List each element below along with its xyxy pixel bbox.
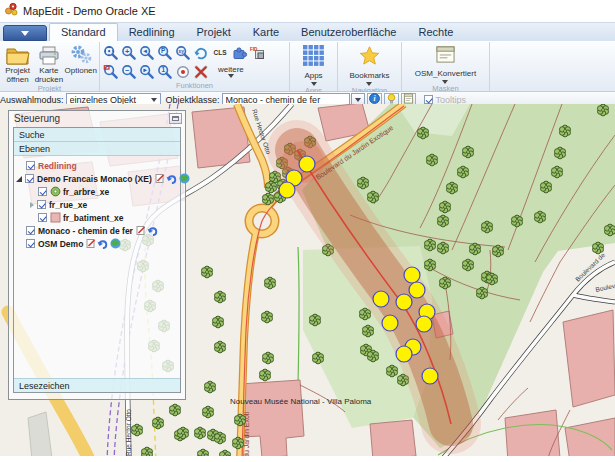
- zoom-window-icon[interactable]: [102, 63, 120, 81]
- pan-zoom-icon[interactable]: [102, 44, 120, 62]
- group-funktionen: +◂PxyCLSFID−▸1weitere Funktionen: [100, 42, 290, 91]
- expander-open-icon[interactable]: [16, 176, 22, 182]
- tab-benutzeroberfläche[interactable]: Benutzeroberfläche: [290, 24, 407, 41]
- mapedit-window: MapEdit - Demo Oracle XE StandardRedlini…: [0, 0, 615, 462]
- layer-row-demo-francais-monaco-xe-[interactable]: Demo Francais Monaco (XE): [14, 172, 180, 185]
- svg-text:Rue Hector Otto: Rue Hector Otto: [125, 409, 132, 456]
- clear-selection-icon[interactable]: [192, 63, 210, 81]
- ribbon-tab-strip: StandardRedliningProjektKarteBenutzerobe…: [0, 22, 615, 41]
- layer-row-osm-demo[interactable]: OSM Demo: [14, 237, 180, 250]
- edit-icon[interactable]: [136, 225, 146, 236]
- bookmarks-label: Bookmarks: [349, 71, 389, 80]
- layer-checkbox[interactable]: [26, 161, 35, 170]
- panel-inner: Suche Ebenen RedliningDemo Francais Mona…: [13, 127, 181, 393]
- print-map-label: Kartedrucken: [35, 67, 63, 84]
- layer-checkbox[interactable]: [26, 226, 35, 235]
- tab-rechte[interactable]: Rechte: [407, 24, 464, 41]
- ribbon: Projektöffnen Kartedrucken: [0, 41, 615, 92]
- options-button[interactable]: Optionen: [65, 43, 97, 76]
- objektklasse-value: Monaco - chemin de fer: [226, 95, 349, 105]
- group-masken: OSM_Konvertiert Masken: [402, 42, 490, 91]
- tooltips-checkbox[interactable]: [424, 95, 433, 104]
- ebenen-label: Ebenen: [19, 144, 50, 154]
- globe-icon[interactable]: [110, 238, 121, 249]
- zoom-scale-icon[interactable]: 1: [156, 63, 174, 81]
- svg-text:P: P: [161, 47, 166, 54]
- panel-title: Steuerung: [14, 113, 60, 124]
- svg-text:+: +: [125, 46, 130, 55]
- globe-icon[interactable]: [179, 173, 190, 184]
- zoom-in-icon[interactable]: +: [120, 44, 138, 62]
- application-menu-button[interactable]: [3, 25, 47, 41]
- auswahlmodus-value: einzelnes Objekt: [70, 95, 149, 105]
- window-title: MapEdit - Demo Oracle XE: [23, 5, 156, 17]
- layer-row-fr-batiment-xe[interactable]: fr_batiment_xe: [14, 211, 180, 224]
- layer-row-fr-rue-xe[interactable]: fr_rue_xe: [14, 198, 180, 211]
- undo-icon[interactable]: [166, 174, 178, 184]
- apps-grid-icon: [303, 45, 324, 70]
- panel-title-bar: Steuerung: [9, 111, 185, 126]
- suche-label: Suche: [19, 130, 45, 140]
- expander-closed-icon[interactable]: [30, 202, 34, 208]
- fid-icon[interactable]: FID: [248, 44, 266, 62]
- layer-checkbox[interactable]: [25, 174, 34, 183]
- group-projekt: Projektöffnen Kartedrucken: [0, 42, 100, 91]
- tab-karte[interactable]: Karte: [242, 24, 290, 41]
- layer-checkbox[interactable]: [38, 213, 47, 222]
- section-ebenen[interactable]: Ebenen: [14, 142, 180, 156]
- edit-icon[interactable]: [155, 173, 165, 184]
- zoom-p-icon[interactable]: P: [156, 44, 174, 62]
- layer-checkbox[interactable]: [38, 187, 47, 196]
- objektklasse-label: Objektklasse:: [166, 95, 220, 105]
- svg-text:1: 1: [161, 66, 165, 73]
- group-caption-funktionen: Funktionen: [102, 81, 287, 91]
- tab-projekt[interactable]: Projekt: [186, 24, 242, 41]
- apps-label: Apps: [304, 71, 322, 80]
- zoom-xy-icon[interactable]: xy: [174, 44, 192, 62]
- cls-button[interactable]: CLS: [210, 44, 230, 62]
- zoom-previous-icon[interactable]: ◂: [138, 44, 156, 62]
- building-swatch-icon: [50, 212, 61, 223]
- zoom-next-icon[interactable]: ▸: [138, 63, 156, 81]
- refresh-icon[interactable]: [192, 44, 210, 62]
- layer-checkbox[interactable]: [26, 239, 35, 248]
- section-lesezeichen[interactable]: Lesezeichen: [14, 378, 180, 392]
- weitere-puzzle-icon[interactable]: [230, 44, 248, 62]
- layer-row-fr-arbre-xe[interactable]: fr_arbre_xe: [14, 185, 180, 198]
- open-project-button[interactable]: Projektöffnen: [2, 43, 33, 84]
- chevron-down-icon: [228, 74, 234, 78]
- chevron-down-icon: [21, 31, 29, 36]
- section-suche[interactable]: Suche: [14, 128, 180, 142]
- layer-label: OSM Demo: [38, 239, 83, 249]
- svg-text:−: −: [125, 65, 130, 74]
- edit-icon[interactable]: [86, 238, 96, 249]
- layer-label: Demo Francais Monaco (XE): [37, 174, 152, 184]
- group-navigation: Bookmarks Navigation: [338, 42, 402, 91]
- pin-button[interactable]: [169, 113, 182, 124]
- weitere-button[interactable]: weitere: [218, 65, 244, 78]
- tab-redlining[interactable]: Redlining: [118, 24, 186, 41]
- layer-checkbox[interactable]: [37, 200, 46, 209]
- layer-tree: RedliningDemo Francais Monaco (XE)fr_arb…: [14, 156, 180, 250]
- bookmarks-button[interactable]: Bookmarks: [345, 43, 393, 86]
- gear-icon: [69, 45, 93, 65]
- target-icon[interactable]: [174, 63, 192, 81]
- pin-icon: [172, 116, 179, 121]
- zoom-out-icon[interactable]: −: [120, 63, 138, 81]
- ribbon-tabs: StandardRedliningProjektKarteBenutzerobe…: [49, 23, 464, 41]
- layer-label: Redlining: [38, 161, 77, 171]
- title-bar: MapEdit - Demo Oracle XE: [0, 0, 615, 22]
- options-label: Optionen: [65, 67, 97, 76]
- svg-text:xy: xy: [179, 48, 185, 53]
- apps-button[interactable]: Apps: [299, 43, 328, 86]
- undo-icon[interactable]: [97, 239, 109, 249]
- undo-icon[interactable]: [147, 226, 159, 236]
- layer-row-monaco-chemin-de-fer[interactable]: Monaco - chemin de fer: [14, 224, 180, 237]
- svg-text:Nouveau Musée National - Villa: Nouveau Musée National - Villa Paloma: [230, 397, 372, 406]
- layer-row-redlining[interactable]: Redlining: [14, 159, 180, 172]
- print-map-button[interactable]: Kartedrucken: [33, 43, 64, 84]
- folder-icon: [6, 45, 30, 65]
- osm-konvertiert-button[interactable]: OSM_Konvertiert: [411, 43, 480, 84]
- lesezeichen-label: Lesezeichen: [19, 381, 70, 391]
- tab-standard[interactable]: Standard: [49, 23, 118, 41]
